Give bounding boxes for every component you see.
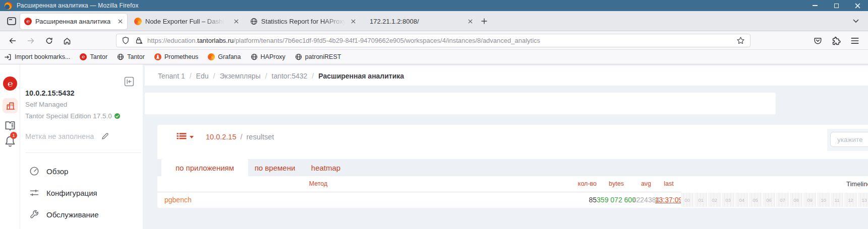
tab-close-button[interactable] bbox=[234, 19, 239, 24]
collapse-sidebar-button[interactable] bbox=[124, 77, 134, 87]
plus-icon bbox=[480, 17, 488, 25]
tab-close-button[interactable] bbox=[118, 19, 123, 24]
sidebar-item-configuration[interactable]: Конфигурация bbox=[29, 186, 140, 200]
rail-item-docs[interactable] bbox=[4, 120, 16, 132]
timeline-hour-cell: 08 bbox=[790, 193, 803, 207]
firefox-view-button[interactable] bbox=[6, 16, 17, 27]
version-ok-icon bbox=[114, 113, 120, 119]
timeline-hour-cell: 10 bbox=[817, 193, 831, 207]
rail-item-notifications[interactable]: 1 bbox=[4, 135, 16, 148]
extensions-button[interactable] bbox=[830, 34, 843, 47]
tantor-icon: ℮ bbox=[24, 18, 32, 25]
tab-title: Node Exporter Full – Dashboard bbox=[145, 18, 226, 25]
browser-tab-haproxy-stats[interactable]: Statistics Report for HAProxy bbox=[246, 14, 360, 29]
bookmark-haproxy[interactable]: HAProxy bbox=[251, 53, 285, 60]
timeline-hour-cell: 02 bbox=[708, 193, 722, 207]
reload-icon bbox=[45, 37, 53, 45]
lock-warning-icon bbox=[135, 36, 143, 45]
window-controls bbox=[811, 2, 862, 10]
tantor-app: ℮ 1 10.0.2.15:5432 Self Managed Tantor S… bbox=[0, 64, 868, 229]
timeline-hour-cell: 00 bbox=[681, 193, 695, 207]
bookmark-label: Import bookmarks... bbox=[15, 53, 70, 60]
back-button[interactable] bbox=[6, 34, 19, 47]
forward-button[interactable] bbox=[24, 34, 37, 47]
breadcrumb-band: Tenant 1 / Edu / Экземпляры / tantor:543… bbox=[145, 66, 868, 86]
breadcrumb-item[interactable]: Экземпляры bbox=[219, 72, 260, 80]
bookmark-patronirest[interactable]: patroniREST bbox=[295, 53, 341, 60]
notification-badge: 1 bbox=[10, 132, 17, 139]
toolbar-card bbox=[145, 93, 776, 114]
bookmark-tantor[interactable]: ℮ Tantor bbox=[80, 53, 107, 60]
view-tab-heatmap[interactable]: heatmap bbox=[302, 159, 350, 176]
analytics-card: 10.0.2.15 / resultset по приложениям по … bbox=[157, 125, 868, 208]
sidebar-item-overview[interactable]: Обзор bbox=[29, 164, 140, 178]
browser-tab-patroni[interactable]: 172.21.1.2:8008/ bbox=[362, 14, 477, 29]
view-tab-by-application[interactable]: по приложениям bbox=[161, 159, 248, 176]
book-icon bbox=[4, 120, 16, 132]
filter-input[interactable] bbox=[830, 132, 868, 147]
puzzle-icon bbox=[832, 36, 841, 46]
view-tab-by-time[interactable]: по времени bbox=[248, 159, 302, 176]
timeline-hour-cell: 03 bbox=[722, 193, 735, 207]
menu-button[interactable] bbox=[848, 34, 861, 47]
timeline-hour-cell: 06 bbox=[763, 193, 776, 207]
sidebar-item-label: Конфигурация bbox=[46, 189, 97, 197]
cell-method[interactable]: pgbench bbox=[164, 192, 192, 207]
timeline-hour-cell: 09 bbox=[803, 193, 817, 207]
bookmark-label: HAProxy bbox=[261, 53, 285, 60]
close-icon bbox=[854, 3, 861, 9]
url-bar[interactable]: https://education.tantorlabs.ru/platform… bbox=[116, 34, 750, 47]
import-icon bbox=[4, 53, 12, 61]
list-all-tabs-button[interactable] bbox=[852, 18, 859, 24]
source-selector[interactable] bbox=[177, 132, 194, 141]
rail-item-instances[interactable] bbox=[3, 98, 18, 113]
forward-icon bbox=[26, 37, 35, 45]
home-button[interactable] bbox=[61, 34, 74, 47]
caret-down-icon bbox=[190, 136, 194, 138]
bookmark-import[interactable]: Import bookmarks... bbox=[4, 53, 70, 61]
breadcrumb-item[interactable]: Edu bbox=[196, 72, 209, 80]
breadcrumb-item[interactable]: tantor:5432 bbox=[272, 72, 308, 80]
close-button[interactable] bbox=[853, 2, 862, 10]
browser-tab-node-exporter[interactable]: Node Exporter Full – Dashboard bbox=[130, 14, 243, 29]
tantor-logo[interactable]: ℮ bbox=[3, 77, 17, 91]
new-tab-button[interactable] bbox=[480, 17, 488, 25]
tab-close-button[interactable] bbox=[351, 19, 356, 24]
instance-label-row: Метка не заполнена bbox=[25, 132, 109, 140]
tab-bar: ℮ Расширенная аналитика Node Exporter Fu… bbox=[0, 11, 868, 31]
breadcrumb-item[interactable]: Tenant 1 bbox=[158, 72, 185, 80]
column-header-last: last bbox=[649, 176, 689, 191]
tantor-icon: ℮ bbox=[80, 53, 87, 60]
timeline-cells: 00 01 02 03 04 05 06 07 08 09 10 11 12 1… bbox=[681, 193, 868, 207]
sidebar-item-maintenance[interactable]: Обслуживание bbox=[29, 207, 140, 221]
bookmark-tantor-2[interactable]: Tantor bbox=[117, 53, 145, 60]
sidebar-item-label: Обслуживание bbox=[46, 210, 99, 219]
edit-label-button[interactable] bbox=[101, 132, 109, 140]
bookmark-grafana[interactable]: Grafana bbox=[208, 53, 241, 60]
window-title: Расширенная аналитика — Mozilla Firefox bbox=[17, 2, 139, 9]
timeline-hour-cell: 05 bbox=[749, 193, 763, 207]
bookmark-label: Grafana bbox=[218, 53, 241, 60]
source-host[interactable]: 10.0.2.15 bbox=[206, 133, 236, 141]
browser-tab-advanced-analytics[interactable]: ℮ Расширенная аналитика bbox=[20, 14, 127, 29]
breadcrumb-separator: / bbox=[190, 72, 192, 80]
sliders-icon bbox=[29, 188, 39, 198]
minimize-button[interactable] bbox=[811, 2, 820, 10]
timeline-hour-cell: 04 bbox=[735, 193, 749, 207]
bookmark-label: Tantor bbox=[90, 53, 107, 60]
icon-rail: ℮ 1 bbox=[0, 64, 20, 229]
reload-button[interactable] bbox=[42, 34, 55, 47]
hamburger-icon bbox=[850, 37, 859, 45]
titlebar: Расширенная аналитика — Mozilla Firefox bbox=[0, 0, 868, 11]
bookmark-prometheus[interactable]: Prometheus bbox=[154, 53, 198, 60]
wrench-icon bbox=[29, 209, 39, 219]
timeline-hour-cell: 12 bbox=[844, 193, 858, 207]
bookmark-star-button[interactable] bbox=[736, 36, 745, 45]
tab-close-button[interactable] bbox=[468, 19, 473, 24]
breadcrumb: Tenant 1 / Edu / Экземпляры / tantor:543… bbox=[158, 66, 404, 86]
pocket-button[interactable] bbox=[811, 34, 824, 47]
close-icon bbox=[468, 19, 473, 24]
maximize-button[interactable] bbox=[832, 2, 841, 10]
navigation-toolbar: https://education.tantorlabs.ru/platform… bbox=[0, 31, 868, 50]
breadcrumb-current: Расширенная аналитика bbox=[318, 72, 404, 80]
